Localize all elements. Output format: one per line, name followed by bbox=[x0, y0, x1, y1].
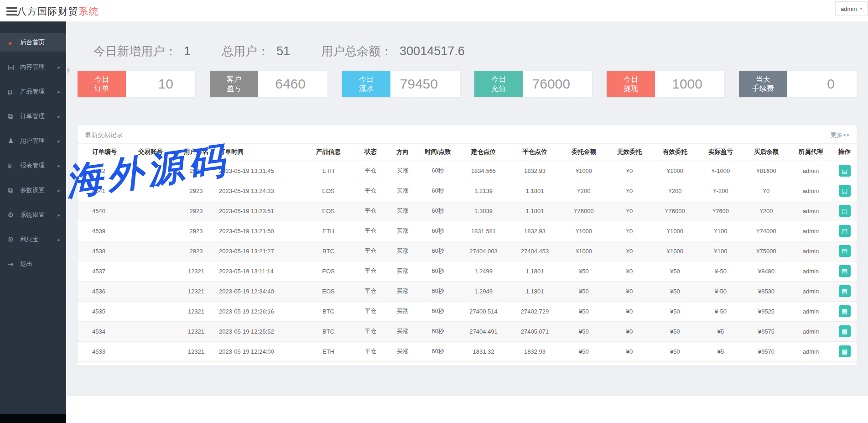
cell-order-time: 2023-05-19 12:24:00 bbox=[219, 341, 303, 361]
cell-invalid-entrust: ¥0 bbox=[607, 201, 652, 221]
cell-product: ETH bbox=[303, 221, 353, 241]
cell-invalid-entrust: ¥0 bbox=[607, 241, 652, 261]
stat-card[interactable]: 今日 流水 79450 bbox=[342, 71, 460, 97]
table-row: 4540 2923 2023-05-19 13:23:51 EOS 平仓 买涨 … bbox=[78, 201, 857, 221]
view-order-button[interactable]: ▤ bbox=[839, 265, 851, 277]
bitcoin-icon bbox=[8, 88, 20, 96]
sidebar-expand-arrow-icon[interactable] bbox=[67, 67, 71, 73]
stat-cards-row: 今日 订单 10 客户 盈亏 6460 今日 流水 79450 今日 充值 76… bbox=[78, 71, 857, 97]
cell-entrust-amount: ¥1000 bbox=[561, 221, 607, 241]
cell-open-price: 27400.514 bbox=[458, 301, 509, 321]
cell-trade-account bbox=[128, 221, 173, 241]
column-header: 无效委托 bbox=[607, 144, 652, 161]
table-row: 4539 2923 2023-05-19 13:21:50 ETH 平仓 买涨 … bbox=[78, 221, 857, 241]
view-order-button[interactable]: ▤ bbox=[839, 165, 851, 177]
sidebar-item-interest[interactable]: 利息宝 ▸ bbox=[0, 230, 66, 249]
cell-actual-profit: ¥100 bbox=[698, 221, 743, 241]
stat-card-value: 1000 bbox=[655, 71, 724, 97]
view-order-button[interactable]: ▤ bbox=[839, 245, 851, 257]
stat-card[interactable]: 当天 手续费 0 bbox=[739, 71, 857, 97]
cell-status: 平仓 bbox=[353, 261, 388, 281]
cell-open-price: 27404.491 bbox=[458, 321, 509, 341]
cell-open-price: 1.3039 bbox=[458, 201, 509, 221]
cell-agent: admin bbox=[789, 181, 832, 201]
sidebar-item-label: 系统设置 bbox=[20, 211, 45, 219]
stat-card[interactable]: 今日 提现 1000 bbox=[607, 71, 724, 97]
cell-period: 60秒 bbox=[417, 201, 458, 221]
cell-status: 平仓 bbox=[353, 201, 388, 221]
stat-card[interactable]: 客户 盈亏 6460 bbox=[210, 71, 327, 97]
table-header-row: 订单编号交易账号用户姓名订单时间产品信息状态方向时间/点数建仓点位平仓点位委托金… bbox=[78, 144, 857, 161]
view-order-button[interactable]: ▤ bbox=[839, 185, 851, 197]
cell-status: 平仓 bbox=[353, 161, 388, 181]
cell-entrust-amount: ¥1000 bbox=[561, 241, 607, 261]
hamburger-menu-icon[interactable] bbox=[6, 7, 17, 17]
sidebar-item-label: 利息宝 bbox=[20, 235, 39, 244]
cell-direction: 买涨 bbox=[388, 201, 417, 221]
sidebar-item-params[interactable]: 参数设置 ▸ bbox=[0, 181, 66, 199]
page-title-accent: 系统 bbox=[78, 6, 99, 16]
sidebar-item-label: 后台首页 bbox=[20, 38, 45, 47]
cell-invalid-entrust: ¥0 bbox=[607, 161, 652, 181]
page-title: 八方国际财贸系统 bbox=[17, 5, 99, 18]
view-order-button[interactable]: ▤ bbox=[839, 225, 851, 237]
topbar: 八方国际财贸系统 admin ▾ bbox=[0, 0, 868, 21]
cell-close-price: 27404.453 bbox=[509, 241, 561, 261]
cell-direction: 买涨 bbox=[388, 241, 417, 261]
user-name: admin bbox=[841, 5, 857, 12]
cell-order-id: 4541 bbox=[78, 181, 128, 201]
view-order-button[interactable]: ▤ bbox=[839, 345, 851, 357]
stat-card[interactable]: 今日 订单 10 bbox=[78, 71, 195, 97]
stat-value: 51 bbox=[276, 44, 290, 58]
cell-period: 60秒 bbox=[417, 301, 458, 321]
cell-open-price: 27404.003 bbox=[458, 241, 509, 261]
stat-item: 总用户： 51 bbox=[222, 43, 290, 59]
more-link[interactable]: 更多>> bbox=[831, 131, 849, 139]
cell-invalid-entrust: ¥0 bbox=[607, 261, 652, 281]
dashboard-icon bbox=[8, 39, 20, 47]
sidebar-item-system[interactable]: 系统设置 ▸ bbox=[0, 206, 66, 224]
cell-product: EOS bbox=[303, 261, 353, 281]
cell-order-id: 4539 bbox=[78, 221, 128, 241]
stat-card-value: 76000 bbox=[523, 71, 592, 97]
cell-product: EOS bbox=[303, 281, 353, 301]
yen-icon bbox=[8, 162, 20, 170]
cell-balance-after: ¥9570 bbox=[743, 341, 789, 361]
cell-order-time: 2023-05-19 12:25:52 bbox=[219, 321, 303, 341]
cell-trade-account bbox=[128, 241, 173, 261]
form-icon: ▤ bbox=[842, 308, 847, 314]
view-order-button[interactable]: ▤ bbox=[839, 285, 851, 297]
cell-order-id: 4533 bbox=[78, 341, 128, 361]
cell-order-id: 4537 bbox=[78, 261, 128, 281]
cell-open-price: 1.2139 bbox=[458, 181, 509, 201]
cell-username: 2923 bbox=[173, 221, 219, 241]
cell-order-time: 2023-05-19 12:34:40 bbox=[219, 281, 303, 301]
sidebar-item-reports[interactable]: 报表管理 ▸ bbox=[0, 157, 66, 175]
column-header: 建仓点位 bbox=[458, 144, 509, 161]
orders-icon bbox=[8, 112, 20, 120]
view-order-button[interactable]: ▤ bbox=[839, 205, 851, 217]
gears-icon bbox=[8, 211, 20, 219]
cell-order-time: 2023-05-19 13:31:45 bbox=[219, 161, 303, 181]
view-order-button[interactable]: ▤ bbox=[839, 325, 851, 337]
user-menu-button[interactable]: admin ▾ bbox=[835, 1, 868, 16]
column-header: 状态 bbox=[353, 144, 388, 161]
sidebar-item-content[interactable]: 内容管理 ▸ bbox=[0, 58, 66, 76]
sidebar-item-product[interactable]: 产品管理 ▸ bbox=[0, 83, 66, 101]
view-order-button[interactable]: ▤ bbox=[839, 305, 851, 317]
column-header: 方向 bbox=[388, 144, 417, 161]
cell-open-price: 1831.581 bbox=[458, 221, 509, 241]
cell-open-price: 1831.32 bbox=[458, 341, 509, 361]
cell-status: 平仓 bbox=[353, 221, 388, 241]
sidebar-item-orders[interactable]: 订单管理 ▸ bbox=[0, 107, 66, 125]
chevron-down-icon: ▾ bbox=[860, 6, 862, 11]
stat-card[interactable]: 今日 充值 76000 bbox=[474, 71, 592, 97]
stat-card-value: 0 bbox=[787, 71, 857, 97]
sidebar-item-users[interactable]: 用户管理 ▸ bbox=[0, 132, 66, 150]
sidebar-item-logout[interactable]: 退出 bbox=[0, 255, 66, 273]
form-icon: ▤ bbox=[842, 288, 847, 294]
logout-icon bbox=[8, 260, 20, 268]
cell-trade-account bbox=[128, 321, 173, 341]
sidebar-item-home[interactable]: 后台首页 bbox=[0, 33, 66, 52]
stat-card-label: 客户 盈亏 bbox=[210, 71, 258, 97]
